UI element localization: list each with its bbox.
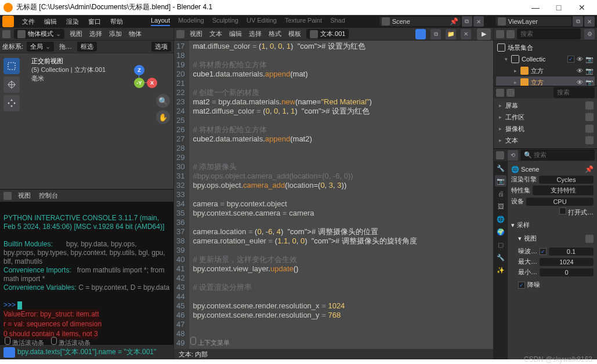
txt-menu-view[interactable]: 视图: [188, 30, 204, 38]
pin-icon[interactable]: 📌: [585, 165, 594, 173]
sampling-section[interactable]: ▾ 采样: [511, 219, 594, 232]
data-list[interactable]: ▸屏幕 ▸工作区 ▸摄像机 ▸文本: [494, 99, 597, 148]
txt-menu-text[interactable]: 文本: [208, 30, 224, 38]
run-script-button[interactable]: ▶: [477, 28, 491, 40]
outliner-search[interactable]: 搜索: [517, 28, 581, 39]
3d-viewport[interactable]: 正交前视图 (5) Collection | 立方体.001 毫米 Z -Y X…: [0, 53, 173, 189]
txt-menu-template[interactable]: 模板: [287, 30, 303, 38]
sampling-view-section[interactable]: ▾ 视图: [511, 232, 594, 245]
txt-menu-edit[interactable]: 编辑: [227, 30, 244, 38]
menu-window[interactable]: 窗口: [84, 17, 106, 26]
tab-uvediting[interactable]: UV Editing: [247, 17, 277, 26]
console-view[interactable]: 视图: [16, 191, 32, 200]
tab-viewlayer[interactable]: 🖼: [495, 201, 506, 212]
axis-y[interactable]: -Y: [134, 78, 144, 88]
close-button[interactable]: ✕: [570, 3, 594, 12]
tab-object[interactable]: ▢: [495, 239, 506, 250]
menu-help[interactable]: 帮助: [106, 17, 128, 26]
list-item[interactable]: ▸摄像机: [496, 123, 595, 134]
python-console[interactable]: PYTHON INTERACTIVE CONSOLE 3.11.7 (main,…: [0, 202, 173, 344]
vp-menu-add[interactable]: 添加: [107, 30, 124, 38]
tab-shading[interactable]: Shad: [330, 17, 345, 26]
render-engine-dropdown[interactable]: Cycles: [539, 176, 594, 184]
blender-icon[interactable]: [2, 16, 14, 27]
console-editor-icon[interactable]: [3, 192, 12, 200]
scene-delete-button[interactable]: ✕: [473, 16, 484, 27]
props-search[interactable]: 🔍 搜索: [520, 150, 595, 161]
cursor-tool[interactable]: [3, 77, 20, 93]
mode-dropdown[interactable]: 物体模式 ⌄: [14, 29, 64, 39]
axis-z[interactable]: Z: [134, 65, 144, 75]
txt-menu-format[interactable]: 格式: [267, 30, 283, 38]
scene-selector[interactable]: Scene 📌: [379, 17, 461, 26]
filter-button[interactable]: ⚙: [584, 29, 595, 39]
menu-render[interactable]: 渲染: [61, 17, 84, 26]
zoom-button[interactable]: 🔍: [156, 94, 170, 108]
text-unlink-button[interactable]: ✕: [461, 29, 471, 39]
props-editor-icon[interactable]: [496, 89, 504, 97]
shield-icon[interactable]: [415, 29, 426, 39]
tab-scene[interactable]: 🌐: [495, 213, 506, 225]
vp-menu-object[interactable]: 物体: [127, 30, 143, 38]
open-checkbox[interactable]: [559, 208, 566, 214]
menu-edit[interactable]: 编辑: [39, 17, 61, 26]
min-value[interactable]: 0: [540, 268, 594, 276]
text-editor[interactable]: 1718192021222324252627282930313233343536…: [174, 41, 493, 349]
vp-menu-select[interactable]: 选择: [88, 30, 104, 38]
list-item[interactable]: ▸屏幕: [496, 100, 595, 111]
list-item[interactable]: ▸文本: [496, 134, 595, 146]
minimize-button[interactable]: —: [524, 3, 547, 12]
coord-dropdown[interactable]: 全局 ⌄: [27, 42, 54, 52]
viewlayer-selector[interactable]: ViewLayer: [495, 17, 571, 26]
tab-layout[interactable]: Layout: [151, 17, 170, 26]
box-select[interactable]: 框选: [77, 42, 97, 52]
pin-icon[interactable]: 📌: [450, 17, 458, 26]
list-item[interactable]: ▸工作区: [496, 111, 595, 123]
vp-menu-view[interactable]: 视图: [68, 30, 84, 38]
tab-render[interactable]: 📷: [495, 175, 506, 187]
tab-sculpting[interactable]: Sculpting: [212, 17, 238, 26]
props-editor-icon[interactable]: [496, 151, 504, 159]
options-dropdown[interactable]: 选项: [151, 42, 171, 52]
select-tool[interactable]: [3, 58, 20, 74]
editor-type-icon[interactable]: [2, 30, 10, 38]
collection-row[interactable]: ▾Collectic👁📷: [496, 53, 595, 65]
denoise-section[interactable]: 降噪: [511, 278, 594, 292]
code-area[interactable]: mat.diffuse_color = (1, 0, 0, 1) "com">#…: [189, 41, 420, 349]
outliner-tree[interactable]: 场景集合 ▾Collectic👁📷 ▸立方👁📷 ▸立方👁📷: [494, 41, 597, 86]
nav-gizmo[interactable]: Z -Y X: [121, 65, 156, 100]
feature-set-dropdown[interactable]: 支持特性: [533, 185, 594, 195]
viewlayer-copy-button[interactable]: ⧉: [573, 16, 583, 27]
viewlayer-delete-button[interactable]: ✕: [584, 16, 595, 27]
cube-row[interactable]: ▸立方👁📷: [496, 65, 595, 77]
scene-copy-button[interactable]: ⧉: [462, 16, 472, 27]
list-icon[interactable]: [585, 235, 594, 243]
tab-world[interactable]: 🌍: [495, 226, 506, 238]
max-value[interactable]: 1024: [540, 258, 594, 266]
tab-modeling[interactable]: Modeling: [178, 17, 204, 26]
outliner-icon[interactable]: [496, 30, 504, 38]
menu-file[interactable]: 文件: [17, 17, 39, 26]
noise-checkbox[interactable]: [540, 248, 547, 255]
noise-value[interactable]: 0.1: [549, 247, 594, 256]
tab-output[interactable]: 🖨: [495, 188, 506, 199]
move-tool[interactable]: [3, 95, 20, 111]
txt-menu-select[interactable]: 选择: [247, 30, 263, 38]
checkbox[interactable]: [567, 56, 574, 63]
text-block-selector[interactable]: 文本.001: [306, 29, 349, 39]
tab-tool[interactable]: 🔧: [495, 162, 506, 174]
pan-button[interactable]: ✋: [156, 110, 170, 124]
display-mode-icon[interactable]: [506, 30, 515, 38]
text-open-button[interactable]: 📁: [446, 29, 456, 39]
props-search[interactable]: 搜索: [553, 87, 595, 98]
tab-modifier[interactable]: 🔧: [495, 252, 506, 263]
tab-particle[interactable]: ✨: [495, 264, 506, 276]
console-ctrl[interactable]: 控制台: [37, 191, 60, 200]
device-dropdown[interactable]: CPU: [526, 198, 594, 206]
text-new-button[interactable]: ⧉: [430, 29, 441, 39]
maximize-button[interactable]: □: [547, 3, 570, 12]
text-editor-icon[interactable]: [176, 30, 184, 38]
scene-collection-row[interactable]: 场景集合: [496, 42, 595, 53]
axis-x[interactable]: X: [147, 78, 157, 88]
camera-icon[interactable]: 📷: [585, 54, 594, 64]
